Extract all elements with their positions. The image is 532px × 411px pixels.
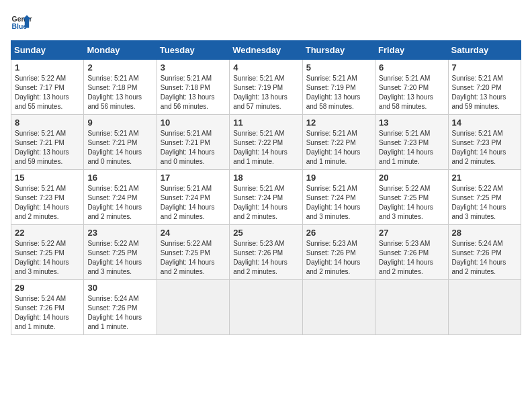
calendar-cell: 1 Sunrise: 5:22 AMSunset: 7:17 PMDayligh… — [11, 60, 84, 115]
logo: General Blue — [11, 11, 32, 32]
day-number: 3 — [161, 62, 226, 73]
day-info: Sunrise: 5:21 AMSunset: 7:22 PMDaylight:… — [233, 129, 298, 167]
day-number: 21 — [452, 173, 517, 183]
day-info: Sunrise: 5:22 AMSunset: 7:25 PMDaylight:… — [161, 239, 226, 277]
day-info: Sunrise: 5:23 AMSunset: 7:26 PMDaylight:… — [306, 239, 371, 277]
day-number: 25 — [233, 228, 298, 238]
day-info: Sunrise: 5:22 AMSunset: 7:25 PMDaylight:… — [15, 239, 80, 277]
calendar-cell: 16 Sunrise: 5:21 AMSunset: 7:24 PMDaylig… — [84, 170, 157, 225]
day-number: 15 — [15, 173, 80, 183]
day-number: 8 — [15, 118, 80, 128]
day-info: Sunrise: 5:21 AMSunset: 7:23 PMDaylight:… — [15, 184, 80, 222]
day-number: 12 — [306, 118, 371, 128]
calendar-cell: 14 Sunrise: 5:21 AMSunset: 7:23 PMDaylig… — [448, 115, 521, 170]
calendar-cell: 10 Sunrise: 5:21 AMSunset: 7:21 PMDaylig… — [157, 115, 229, 170]
calendar-cell: 13 Sunrise: 5:21 AMSunset: 7:23 PMDaylig… — [375, 115, 448, 170]
calendar-cell: 3 Sunrise: 5:21 AMSunset: 7:18 PMDayligh… — [157, 60, 229, 115]
calendar-cell — [448, 280, 521, 335]
calendar-cell: 25 Sunrise: 5:23 AMSunset: 7:26 PMDaylig… — [230, 225, 302, 280]
day-number: 17 — [161, 173, 226, 183]
day-number: 6 — [379, 62, 444, 73]
day-number: 4 — [233, 62, 298, 73]
day-number: 11 — [233, 118, 298, 128]
calendar-header-thursday: Thursday — [302, 41, 375, 60]
calendar-cell: 23 Sunrise: 5:22 AMSunset: 7:25 PMDaylig… — [84, 225, 157, 280]
calendar-cell: 15 Sunrise: 5:21 AMSunset: 7:23 PMDaylig… — [11, 170, 84, 225]
day-info: Sunrise: 5:22 AMSunset: 7:25 PMDaylight:… — [87, 239, 152, 277]
calendar-cell: 21 Sunrise: 5:22 AMSunset: 7:25 PMDaylig… — [448, 170, 521, 225]
calendar-cell: 5 Sunrise: 5:21 AMSunset: 7:19 PMDayligh… — [302, 60, 375, 115]
calendar-cell: 6 Sunrise: 5:21 AMSunset: 7:20 PMDayligh… — [375, 60, 448, 115]
calendar-cell — [375, 280, 448, 335]
calendar-week-row: 29 Sunrise: 5:24 AMSunset: 7:26 PMDaylig… — [11, 280, 521, 335]
calendar-cell: 8 Sunrise: 5:21 AMSunset: 7:21 PMDayligh… — [11, 115, 84, 170]
calendar-cell: 17 Sunrise: 5:21 AMSunset: 7:24 PMDaylig… — [157, 170, 229, 225]
calendar-header-tuesday: Tuesday — [157, 41, 229, 60]
calendar-week-row: 8 Sunrise: 5:21 AMSunset: 7:21 PMDayligh… — [11, 115, 521, 170]
calendar-week-row: 22 Sunrise: 5:22 AMSunset: 7:25 PMDaylig… — [11, 225, 521, 280]
calendar-cell: 12 Sunrise: 5:21 AMSunset: 7:22 PMDaylig… — [302, 115, 375, 170]
day-info: Sunrise: 5:23 AMSunset: 7:26 PMDaylight:… — [233, 239, 298, 277]
calendar-cell: 24 Sunrise: 5:22 AMSunset: 7:25 PMDaylig… — [157, 225, 229, 280]
calendar-header-row: SundayMondayTuesdayWednesdayThursdayFrid… — [11, 41, 521, 60]
day-number: 9 — [87, 118, 152, 128]
day-number: 27 — [379, 228, 444, 238]
calendar-cell: 18 Sunrise: 5:21 AMSunset: 7:24 PMDaylig… — [230, 170, 302, 225]
day-info: Sunrise: 5:21 AMSunset: 7:18 PMDaylight:… — [161, 74, 226, 111]
day-number: 20 — [379, 173, 444, 183]
day-info: Sunrise: 5:21 AMSunset: 7:18 PMDaylight:… — [87, 74, 152, 111]
calendar-header-saturday: Saturday — [448, 41, 521, 60]
day-info: Sunrise: 5:24 AMSunset: 7:26 PMDaylight:… — [15, 294, 80, 332]
day-info: Sunrise: 5:21 AMSunset: 7:20 PMDaylight:… — [379, 74, 444, 111]
page-header: General Blue — [11, 11, 521, 32]
day-number: 5 — [306, 62, 371, 73]
calendar-header-sunday: Sunday — [11, 41, 84, 60]
calendar-cell: 22 Sunrise: 5:22 AMSunset: 7:25 PMDaylig… — [11, 225, 84, 280]
day-info: Sunrise: 5:22 AMSunset: 7:17 PMDaylight:… — [15, 74, 80, 111]
calendar-cell: 30 Sunrise: 5:24 AMSunset: 7:26 PMDaylig… — [84, 280, 157, 335]
day-info: Sunrise: 5:21 AMSunset: 7:21 PMDaylight:… — [161, 129, 226, 167]
calendar-week-row: 15 Sunrise: 5:21 AMSunset: 7:23 PMDaylig… — [11, 170, 521, 225]
calendar-cell — [157, 280, 229, 335]
calendar-header-wednesday: Wednesday — [230, 41, 302, 60]
day-info: Sunrise: 5:21 AMSunset: 7:21 PMDaylight:… — [15, 129, 80, 167]
day-info: Sunrise: 5:21 AMSunset: 7:19 PMDaylight:… — [306, 74, 371, 111]
day-number: 24 — [161, 228, 226, 238]
calendar-cell: 9 Sunrise: 5:21 AMSunset: 7:21 PMDayligh… — [84, 115, 157, 170]
calendar-cell: 4 Sunrise: 5:21 AMSunset: 7:19 PMDayligh… — [230, 60, 302, 115]
day-info: Sunrise: 5:21 AMSunset: 7:19 PMDaylight:… — [233, 74, 298, 111]
day-number: 30 — [87, 283, 152, 293]
calendar-week-row: 1 Sunrise: 5:22 AMSunset: 7:17 PMDayligh… — [11, 60, 521, 115]
day-info: Sunrise: 5:21 AMSunset: 7:20 PMDaylight:… — [452, 74, 517, 111]
calendar-cell: 26 Sunrise: 5:23 AMSunset: 7:26 PMDaylig… — [302, 225, 375, 280]
day-number: 22 — [15, 228, 80, 238]
day-number: 10 — [161, 118, 226, 128]
calendar-table: SundayMondayTuesdayWednesdayThursdayFrid… — [11, 40, 521, 335]
logo-icon: General Blue — [11, 11, 32, 32]
day-info: Sunrise: 5:21 AMSunset: 7:24 PMDaylight:… — [233, 184, 298, 222]
calendar-cell: 29 Sunrise: 5:24 AMSunset: 7:26 PMDaylig… — [11, 280, 84, 335]
day-info: Sunrise: 5:21 AMSunset: 7:23 PMDaylight:… — [452, 129, 517, 167]
calendar-header-friday: Friday — [375, 41, 448, 60]
calendar-header-monday: Monday — [84, 41, 157, 60]
day-number: 29 — [15, 283, 80, 293]
calendar-cell: 27 Sunrise: 5:23 AMSunset: 7:26 PMDaylig… — [375, 225, 448, 280]
calendar-cell: 20 Sunrise: 5:22 AMSunset: 7:25 PMDaylig… — [375, 170, 448, 225]
day-info: Sunrise: 5:21 AMSunset: 7:24 PMDaylight:… — [161, 184, 226, 222]
day-info: Sunrise: 5:22 AMSunset: 7:25 PMDaylight:… — [379, 184, 444, 222]
day-number: 19 — [306, 173, 371, 183]
day-info: Sunrise: 5:21 AMSunset: 7:22 PMDaylight:… — [306, 129, 371, 167]
day-info: Sunrise: 5:24 AMSunset: 7:26 PMDaylight:… — [87, 294, 152, 332]
day-info: Sunrise: 5:21 AMSunset: 7:21 PMDaylight:… — [87, 129, 152, 167]
day-number: 14 — [452, 118, 517, 128]
day-info: Sunrise: 5:24 AMSunset: 7:26 PMDaylight:… — [452, 239, 517, 277]
day-number: 7 — [452, 62, 517, 73]
calendar-cell: 11 Sunrise: 5:21 AMSunset: 7:22 PMDaylig… — [230, 115, 302, 170]
day-info: Sunrise: 5:22 AMSunset: 7:25 PMDaylight:… — [452, 184, 517, 222]
day-number: 26 — [306, 228, 371, 238]
day-info: Sunrise: 5:21 AMSunset: 7:24 PMDaylight:… — [87, 184, 152, 222]
day-number: 23 — [87, 228, 152, 238]
day-info: Sunrise: 5:21 AMSunset: 7:23 PMDaylight:… — [379, 129, 444, 167]
day-number: 16 — [87, 173, 152, 183]
day-info: Sunrise: 5:23 AMSunset: 7:26 PMDaylight:… — [379, 239, 444, 277]
